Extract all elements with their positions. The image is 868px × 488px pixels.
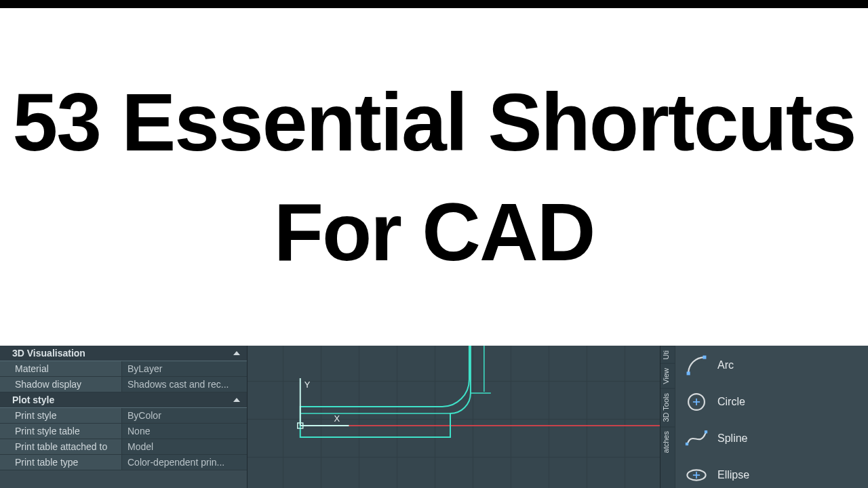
svg-rect-0 (687, 371, 690, 375)
property-value[interactable]: ByColor (122, 408, 247, 423)
collapse-icon (233, 398, 240, 402)
tool-circle[interactable]: Circle (675, 384, 868, 420)
tool-ellipse[interactable]: Ellipse (675, 457, 868, 488)
ellipse-icon (685, 464, 708, 487)
tool-arc[interactable]: Arc (675, 347, 868, 384)
svg-rect-1 (703, 356, 706, 359)
vtab-3d-tools[interactable]: 3D Tools (660, 388, 675, 426)
property-row[interactable]: Print style table None (0, 424, 247, 439)
property-value[interactable]: Shadows cast and rec... (122, 377, 247, 392)
drawing-canvas[interactable]: Y X (247, 346, 660, 488)
tool-label: Arc (717, 359, 734, 371)
cad-ui-strip: 3D Visualisation Material ByLayer Shadow… (0, 346, 868, 488)
svg-rect-5 (686, 443, 688, 445)
circle-icon (685, 390, 708, 413)
property-row[interactable]: Print table attached to Model (0, 439, 247, 455)
property-label: Print style (0, 408, 122, 423)
property-value[interactable]: None (122, 424, 247, 439)
axis-label-y: Y (304, 380, 311, 390)
tool-label: Spline (717, 432, 747, 445)
property-label: Print style table (0, 424, 122, 439)
property-label: Print table attached to (0, 439, 122, 454)
property-value[interactable]: ByLayer (122, 361, 247, 376)
property-row[interactable]: Shadow display Shadows cast and rec... (0, 377, 247, 392)
tool-list: Arc Circle Spline (675, 346, 868, 488)
collapse-icon (233, 351, 240, 355)
tool-label: Circle (717, 396, 745, 408)
property-label: Shadow display (0, 377, 122, 392)
section-header-3d-visualisation[interactable]: 3D Visualisation (0, 346, 247, 361)
main-title: 53 Essential Shortcuts For CAD (0, 67, 868, 287)
tool-label: Ellipse (717, 469, 749, 481)
section-title: Plot style (12, 394, 54, 405)
vertical-tabs: Uti View 3D Tools atches (660, 346, 675, 488)
property-label: Print table type (0, 455, 122, 470)
drawing-svg: Y X (248, 346, 660, 488)
property-value[interactable]: Color-dependent prin... (122, 455, 247, 470)
property-row[interactable]: Material ByLayer (0, 361, 247, 377)
property-row[interactable]: Print table type Color-dependent prin... (0, 455, 247, 470)
tool-spline[interactable]: Spline (675, 420, 868, 457)
svg-rect-6 (705, 430, 707, 433)
section-header-plot-style[interactable]: Plot style (0, 392, 247, 408)
property-row[interactable]: Print style ByColor (0, 408, 247, 424)
vtab-utilities[interactable]: Uti (660, 346, 675, 363)
property-value[interactable]: Model (122, 439, 247, 454)
cyan-pipe-outline (300, 346, 471, 437)
vtab-view[interactable]: View (660, 363, 675, 388)
title-area: 53 Essential Shortcuts For CAD (0, 8, 868, 346)
section-title: 3D Visualisation (12, 348, 85, 359)
arc-icon (685, 354, 708, 377)
spline-icon (685, 427, 708, 450)
property-label: Material (0, 361, 122, 376)
tool-panel: Uti View 3D Tools atches Arc Ci (660, 346, 868, 488)
properties-panel: 3D Visualisation Material ByLayer Shadow… (0, 346, 247, 488)
vtab-hatches[interactable]: atches (660, 426, 675, 457)
axis-label-x: X (334, 413, 340, 424)
